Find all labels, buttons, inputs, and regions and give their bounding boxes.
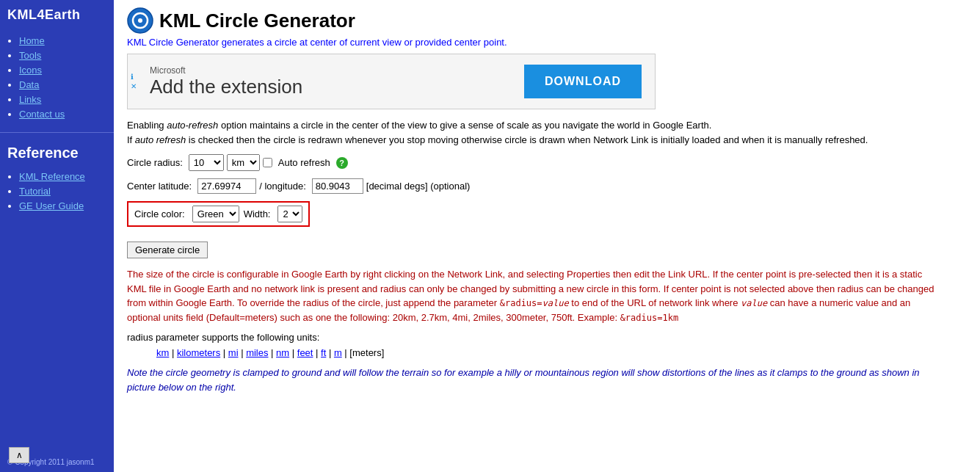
latlon-row: Center latitude: / longitude: [decimal d… (127, 178, 967, 194)
sidebar-item-contact[interactable]: Contact us (19, 109, 65, 120)
sidebar-item-links[interactable]: Links (19, 94, 41, 105)
sidebar-reference-nav: KML Reference Tutorial GE User Guide (0, 164, 114, 218)
page-title: KML Circle Generator (159, 10, 355, 32)
unit-feet[interactable]: feet (297, 347, 313, 358)
lat-label: Center latitude: (127, 181, 192, 192)
svg-point-2 (138, 18, 142, 23)
auto-refresh-em1: auto-refresh (167, 120, 218, 131)
sidebar-item-tutorial[interactable]: Tutorial (19, 186, 51, 197)
generate-circle-button[interactable]: Generate circle (127, 242, 208, 258)
code-value: value (741, 298, 767, 308)
color-row-bordered: Circle color: Green Red Blue Yellow Whit… (127, 201, 310, 227)
unit-km[interactable]: km (156, 347, 169, 358)
ad-main-text: Add the extension (150, 76, 302, 98)
latitude-input[interactable] (197, 178, 256, 194)
unit-select[interactable]: km mi ft m nm (227, 154, 260, 171)
auto-refresh-label: Auto refresh (278, 157, 330, 168)
longitude-input[interactable] (312, 178, 363, 194)
code-radius-param: &radius=value (500, 298, 569, 308)
main-content: KML Circle Generator KML Circle Generato… (114, 0, 980, 472)
auto-refresh-em2: auto refresh (135, 134, 186, 145)
code-example: &radius=1km (620, 313, 678, 323)
decimal-label: [decimal degs] (optional) (366, 181, 471, 192)
width-label: Width: (244, 208, 271, 219)
radius-label: Circle radius: (127, 157, 183, 168)
page-subtitle: KML Circle Generator generates a circle … (127, 37, 967, 48)
ad-microsoft-label: Microsoft (150, 65, 302, 76)
radius-supports-label: radius parameter supports the following … (127, 332, 967, 343)
sidebar-item-icons[interactable]: Icons (19, 65, 42, 76)
help-icon[interactable]: ? (336, 157, 348, 169)
unit-kilometers[interactable]: kilometers (177, 347, 220, 358)
sidebar-reference-title: Reference (0, 139, 114, 164)
sidebar-nav: Home Tools Icons Data Links Contact us (0, 29, 114, 126)
ad-info-icon[interactable]: ℹ (131, 73, 137, 81)
unit-nm[interactable]: nm (276, 347, 289, 358)
auto-refresh-checkbox[interactable] (263, 158, 272, 167)
unit-miles[interactable]: miles (246, 347, 268, 358)
ad-download-button[interactable]: DOWNLOAD (524, 65, 642, 98)
note-text: Note the circle geometry is clamped to g… (127, 366, 934, 394)
info-paragraph: The size of the circle is configurable i… (127, 267, 934, 324)
sidebar: KML4Earth Home Tools Icons Data Links Co… (0, 0, 114, 472)
desc-text-1: Enabling auto-refresh option maintains a… (127, 118, 934, 147)
ad-close-icon[interactable]: ✕ (131, 82, 137, 90)
sidebar-title: KML4Earth (0, 0, 114, 29)
unit-m[interactable]: m (334, 347, 342, 358)
sidebar-item-data[interactable]: Data (19, 79, 39, 90)
sidebar-item-tools[interactable]: Tools (19, 50, 41, 61)
width-select[interactable]: 2 1 3 4 5 (277, 206, 302, 222)
scroll-up-button[interactable]: ∧ (9, 447, 29, 463)
ad-info-icons: ℹ ✕ (131, 73, 137, 90)
ad-banner: ℹ ✕ Microsoft Add the extension DOWNLOAD (127, 54, 656, 109)
page-title-row: KML Circle Generator (127, 7, 967, 34)
unit-mi[interactable]: mi (228, 347, 239, 358)
unit-meters-default: [meters] (349, 347, 384, 358)
radius-select[interactable]: 10 5 20 50 100 (189, 154, 224, 171)
lon-label: / longitude: (259, 181, 306, 192)
unit-ft[interactable]: ft (321, 347, 326, 358)
sidebar-item-home[interactable]: Home (19, 35, 45, 46)
kml-logo-icon (127, 7, 153, 34)
sidebar-item-ge-user-guide[interactable]: GE User Guide (19, 200, 84, 211)
color-label: Circle color: (134, 208, 185, 219)
color-select[interactable]: Green Red Blue Yellow White (192, 206, 239, 222)
units-row: km | kilometers | mi | miles | nm | feet… (156, 347, 967, 358)
sidebar-item-kml-reference[interactable]: KML Reference (19, 171, 85, 182)
radius-row: Circle radius: 10 5 20 50 100 km mi ft m… (127, 154, 967, 171)
ad-banner-left: Microsoft Add the extension (141, 65, 302, 98)
